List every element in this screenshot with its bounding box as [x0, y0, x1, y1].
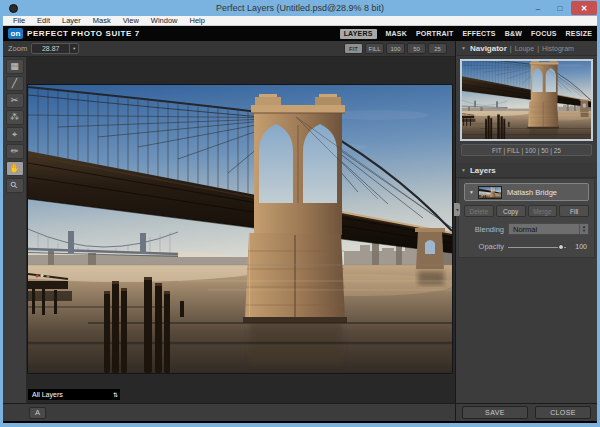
tool-palette: ▦ ╱ ✂ ⁂ ⌖ ✏ ✋ ⚲: [3, 57, 27, 403]
onone-logo: on: [8, 28, 23, 39]
opacity-row: Opacity 100: [464, 242, 589, 251]
layers-panel-body: ▼ Matiash Bridge Delete Copy Merge Fill …: [458, 178, 595, 258]
workspace: ▦ ╱ ✂ ⁂ ⌖ ✏ ✋ ⚲: [3, 57, 455, 403]
close-button[interactable]: CLOSE: [535, 406, 591, 419]
crop-tool[interactable]: ▦: [6, 59, 24, 74]
navigator-separator: |: [510, 45, 512, 52]
spray-icon: ⁂: [10, 113, 19, 122]
layers-panel-header: ▼ Layers: [456, 163, 597, 178]
menubar: File Edit Layer Mask View Window Help: [3, 16, 597, 26]
zoom-tool[interactable]: ⚲: [6, 178, 24, 193]
zoom-presets: FIT FILL 100 50 25: [344, 43, 447, 54]
blending-label: Blending: [464, 225, 508, 234]
navigator-loupe-link[interactable]: Loupe: [515, 45, 534, 52]
blending-value: Normal: [513, 225, 579, 234]
trim-icon: ╱: [12, 79, 17, 88]
zoom-dropdown-icon[interactable]: ▼: [69, 44, 78, 53]
menu-item-view[interactable]: View: [117, 16, 145, 25]
tab-portrait[interactable]: PORTRAIT: [416, 30, 453, 37]
zoom-preset-50[interactable]: 50: [407, 43, 426, 54]
menu-item-mask[interactable]: Mask: [87, 16, 117, 25]
navigator-zoom-row[interactable]: FIT | FILL | 100 | 50 | 25: [461, 144, 592, 156]
zoom-preset-25[interactable]: 25: [428, 43, 447, 54]
layers-panel-title: Layers: [470, 166, 496, 175]
layer-thumbnail: [478, 186, 502, 199]
opacity-slider[interactable]: [508, 243, 566, 251]
suite-name: PERFECT PHOTO SUITE 7: [27, 29, 140, 38]
navigator-thumbnail[interactable]: [460, 59, 593, 141]
transform-tool[interactable]: ⌖: [6, 127, 24, 142]
navigator-title[interactable]: Navigator: [470, 44, 507, 53]
layer-name: Matiash Bridge: [507, 188, 557, 197]
canvas-column: Zoom 28.87 ▼ FIT FILL 100 50 25: [3, 41, 455, 403]
magnifier-icon: ⚲: [9, 180, 20, 191]
trim-tool[interactable]: ╱: [6, 76, 24, 91]
footer-left: A: [3, 404, 455, 421]
pencil-icon: ✏: [11, 147, 19, 156]
titlebar: Perfect Layers (Untitled.psd@28.9% 8 bit…: [3, 0, 597, 16]
menu-item-layer[interactable]: Layer: [56, 16, 87, 25]
main-area: Zoom 28.87 ▼ FIT FILL 100 50 25: [3, 41, 597, 403]
app-frame: File Edit Layer Mask View Window Help on…: [3, 16, 597, 423]
fill-layer-button[interactable]: Fill: [559, 205, 589, 217]
menu-item-help[interactable]: Help: [184, 16, 211, 25]
zoom-preset-fit[interactable]: FIT: [344, 43, 363, 54]
blending-select[interactable]: Normal ▲ ▼: [508, 223, 589, 235]
save-button[interactable]: SAVE: [462, 406, 528, 419]
stepper-down-icon: ▼: [582, 229, 586, 233]
target-icon: ⌖: [12, 130, 17, 139]
tab-effects[interactable]: EFFECTS: [462, 30, 495, 37]
masking-brush-tool[interactable]: ✂: [6, 93, 24, 108]
layer-buttons: Delete Copy Merge Fill: [464, 205, 589, 217]
opacity-knob[interactable]: [558, 244, 564, 250]
canvas-toolbar: Zoom 28.87 ▼ FIT FILL 100 50 25: [3, 41, 455, 57]
navigator-header: ▼ Navigator | Loupe | Histogram: [456, 41, 597, 56]
scissors-icon: ✂: [11, 96, 19, 105]
zoom-preset-100[interactable]: 100: [386, 43, 405, 54]
right-panel: ◄ ▼ Navigator | Loupe | Histogram FIT | …: [455, 41, 597, 403]
layer-row[interactable]: ▼ Matiash Bridge: [464, 183, 589, 201]
tab-layers[interactable]: LAYERS: [340, 29, 377, 39]
crop-icon: ▦: [10, 62, 19, 71]
delete-layer-button[interactable]: Delete: [464, 205, 494, 217]
app-window: Perfect Layers (Untitled.psd@28.9% 8 bit…: [0, 0, 600, 427]
menu-item-file[interactable]: File: [7, 16, 31, 25]
menu-item-edit[interactable]: Edit: [31, 16, 56, 25]
footer-right: SAVE CLOSE: [455, 404, 597, 421]
layers-filter-value: All Layers: [32, 391, 113, 398]
opacity-label: Opacity: [464, 242, 508, 251]
panel-collapse-handle[interactable]: ◄: [454, 203, 460, 216]
pan-tool[interactable]: ✋: [6, 161, 24, 176]
canvas-photo[interactable]: [28, 85, 452, 373]
tab-bw[interactable]: B&W: [505, 30, 522, 37]
bottom-strip: [3, 421, 597, 423]
preview-mode-button[interactable]: A: [29, 407, 46, 419]
tab-mask[interactable]: MASK: [386, 30, 407, 37]
masking-bug-tool[interactable]: ⁂: [6, 110, 24, 125]
canvas[interactable]: All Layers ⇅: [27, 57, 455, 403]
blending-stepper[interactable]: ▲ ▼: [579, 224, 588, 234]
zoom-combo[interactable]: 28.87 ▼: [31, 43, 79, 54]
footer-bar: A SAVE CLOSE: [3, 403, 597, 421]
layers-filter-dropdown[interactable]: All Layers ⇅: [28, 389, 120, 400]
layer-expander-icon[interactable]: ▼: [469, 189, 474, 195]
navigator-collapse-icon[interactable]: ▼: [461, 45, 466, 51]
zoom-value: 28.87: [32, 45, 69, 52]
navigator-separator2: |: [537, 45, 539, 52]
tab-resize[interactable]: RESIZE: [566, 30, 592, 37]
window-title: Perfect Layers (Untitled.psd@28.9% 8 bit…: [3, 3, 597, 13]
copy-layer-button[interactable]: Copy: [496, 205, 526, 217]
zoom-label: Zoom: [8, 44, 27, 53]
layers-filter-stepper-icon: ⇅: [113, 392, 118, 398]
hand-icon: ✋: [9, 164, 20, 173]
navigator-histogram-link[interactable]: Histogram: [542, 45, 574, 52]
tab-focus[interactable]: FOCUS: [531, 30, 557, 37]
zoom-preset-fill[interactable]: FILL: [365, 43, 384, 54]
layers-collapse-icon[interactable]: ▼: [461, 167, 466, 173]
opacity-value: 100: [571, 243, 587, 250]
blending-row: Blending Normal ▲ ▼: [464, 223, 589, 235]
retouch-brush-tool[interactable]: ✏: [6, 144, 24, 159]
suite-header: on PERFECT PHOTO SUITE 7 LAYERS MASK POR…: [3, 26, 597, 41]
merge-layer-button[interactable]: Merge: [528, 205, 558, 217]
menu-item-window[interactable]: Window: [145, 16, 184, 25]
